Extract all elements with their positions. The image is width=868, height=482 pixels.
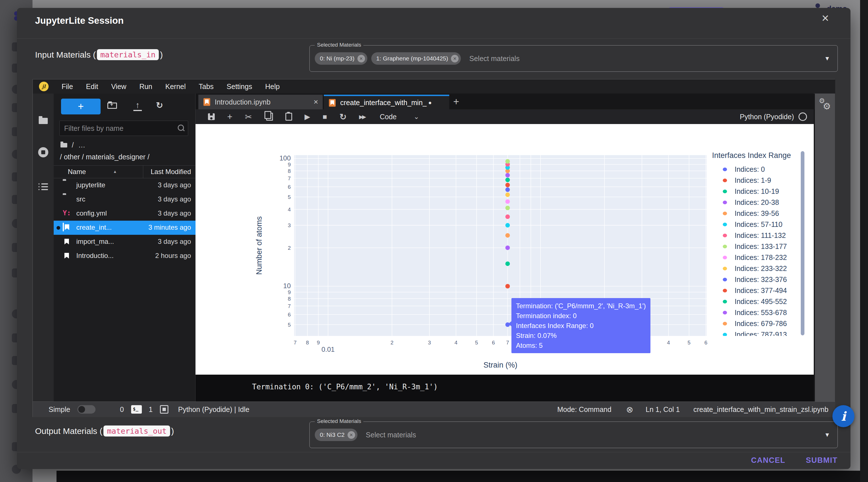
legend-entry[interactable]: Indices: 323-376: [710, 274, 809, 285]
insert-cell-icon[interactable]: +: [227, 111, 232, 122]
file-row[interactable]: Introductio...2 hours ago: [54, 249, 195, 263]
legend-entry[interactable]: Indices: 787-913: [710, 329, 809, 336]
close-icon[interactable]: ×: [822, 12, 829, 24]
running-kernels-tab-icon[interactable]: [33, 147, 54, 157]
restart-kernel-icon[interactable]: ↻: [340, 112, 347, 122]
table-of-contents-tab-icon[interactable]: [33, 183, 54, 191]
menu-item-run[interactable]: Run: [139, 83, 152, 91]
add-tab-icon[interactable]: +: [453, 96, 459, 108]
column-name[interactable]: Name: [68, 168, 86, 176]
legend-entry[interactable]: Indices: 0: [710, 164, 809, 175]
legend-entry[interactable]: Indices: 20-38: [710, 197, 809, 208]
output-materials-select[interactable]: Selected Materials 0: Ni3 C2×Select mate…: [309, 421, 838, 448]
legend-entry[interactable]: Indices: 1-9: [710, 175, 809, 186]
cell-type-select[interactable]: Code: [380, 113, 397, 121]
material-chip[interactable]: 0: Ni3 C2×: [315, 428, 358, 441]
file-row[interactable]: jupyterlite3 days ago: [54, 178, 195, 192]
home-folder-icon[interactable]: [60, 143, 67, 148]
menu-item-file[interactable]: File: [62, 83, 73, 91]
chip-remove-icon[interactable]: ×: [451, 55, 459, 62]
tab-close-icon[interactable]: ×: [314, 97, 318, 106]
menu-item-view[interactable]: View: [111, 83, 126, 91]
breadcrumb-ellipsis[interactable]: …: [78, 141, 85, 149]
legend-entry[interactable]: Indices: 111-132: [710, 230, 809, 241]
menu-item-kernel[interactable]: Kernel: [165, 83, 186, 91]
input-materials-select[interactable]: Selected Materials 0: Ni (mp-23)×1: Grap…: [309, 45, 838, 72]
legend-marker-icon: [723, 311, 727, 315]
material-chip[interactable]: 1: Graphene (mp-1040425)×: [371, 52, 461, 65]
simple-mode-toggle[interactable]: [78, 405, 95, 414]
terminal-icon[interactable]: $_: [131, 405, 142, 414]
svg-text:4: 4: [288, 206, 291, 213]
file-browser-tab-icon[interactable]: [33, 118, 54, 124]
menu-item-settings[interactable]: Settings: [227, 83, 252, 91]
legend-scrollbar[interactable]: [801, 151, 804, 335]
file-modified: 3 days ago: [158, 181, 191, 189]
file-row[interactable]: import_ma...3 days ago: [54, 235, 195, 249]
submit-button[interactable]: SUBMIT: [806, 456, 838, 465]
file-name[interactable]: src: [76, 195, 85, 203]
legend-entry[interactable]: Indices: 377-494: [710, 285, 809, 296]
run-icon[interactable]: ▶: [305, 113, 310, 121]
kernels-count[interactable]: 1: [149, 406, 153, 414]
file-row[interactable]: Y:config.yml3 days ago: [54, 206, 195, 221]
refresh-icon[interactable]: ↻: [156, 100, 163, 110]
chip-remove-icon[interactable]: ×: [358, 55, 365, 62]
select-placeholder[interactable]: Select materials: [469, 55, 520, 63]
terminals-count[interactable]: 0: [120, 406, 124, 414]
stop-icon[interactable]: ■: [323, 113, 327, 121]
legend-entry[interactable]: Indices: 57-110: [710, 219, 809, 230]
file-row[interactable]: src3 days ago: [54, 192, 195, 206]
svg-text:5: 5: [288, 194, 291, 200]
cancel-button[interactable]: CANCEL: [751, 456, 785, 465]
file-list-header[interactable]: Name ▲ Last Modified: [54, 165, 195, 178]
file-name[interactable]: Introductio...: [76, 252, 114, 260]
legend-entry[interactable]: Indices: 39-56: [710, 208, 809, 219]
chevron-down-icon[interactable]: ▼: [824, 431, 830, 438]
legend-entry[interactable]: Indices: 233-322: [710, 263, 809, 274]
chip-remove-icon[interactable]: ×: [347, 431, 355, 439]
restart-run-all-icon[interactable]: ▶▶: [359, 114, 365, 120]
file-name[interactable]: config.yml: [76, 210, 107, 217]
legend-entry[interactable]: Indices: 133-177: [710, 241, 809, 252]
svg-text:3: 3: [288, 222, 291, 228]
kernel-name[interactable]: Python (Pyodide): [740, 113, 794, 121]
file-name[interactable]: create_int...: [76, 223, 112, 231]
breadcrumb[interactable]: / …: [60, 141, 85, 149]
tab-create-interface[interactable]: create_interface_with_min_ ●: [324, 95, 449, 109]
menu-item-edit[interactable]: Edit: [86, 83, 98, 91]
material-chip[interactable]: 0: Ni (mp-23)×: [315, 52, 367, 65]
file-name[interactable]: jupyterlite: [76, 181, 105, 189]
paste-icon[interactable]: [285, 113, 292, 121]
breadcrumb-path[interactable]: / other / materials_designer /: [60, 153, 150, 161]
kernel-chip-icon[interactable]: [160, 405, 168, 414]
chevron-down-icon[interactable]: ⌄: [414, 113, 419, 121]
save-icon[interactable]: [208, 113, 215, 120]
column-last-modified[interactable]: Last Modified: [151, 168, 191, 176]
svg-text:5: 5: [475, 340, 478, 346]
file-row[interactable]: create_int...3 minutes ago: [54, 221, 195, 235]
new-folder-icon[interactable]: [107, 102, 117, 109]
legend-entry[interactable]: Indices: 10-19: [710, 186, 809, 197]
mode-indicator[interactable]: Mode: Command: [557, 406, 612, 414]
select-placeholder[interactable]: Select materials: [366, 431, 416, 439]
legend-entry[interactable]: Indices: 495-552: [710, 296, 809, 307]
tooltip-line: Strain: 0.07%: [516, 330, 646, 341]
upload-icon[interactable]: ↑: [133, 100, 142, 111]
file-name[interactable]: import_ma...: [76, 237, 114, 246]
legend-entry[interactable]: Indices: 553-678: [710, 307, 809, 318]
cursor-position[interactable]: Ln 1, Col 1: [646, 406, 680, 414]
tab-introduction-ipynb[interactable]: Introduction.ipynb ×: [198, 95, 323, 109]
file-modified: 3 days ago: [158, 195, 191, 203]
menu-item-help[interactable]: Help: [265, 83, 279, 91]
legend-entry[interactable]: Indices: 679-786: [710, 318, 809, 329]
new-launcher-button[interactable]: +: [61, 99, 101, 115]
kernel-status-text[interactable]: Python (Pyodide) | Idle: [178, 406, 249, 414]
info-button[interactable]: i: [832, 405, 855, 427]
menu-item-tabs[interactable]: Tabs: [198, 83, 214, 91]
legend-entry[interactable]: Indices: 178-232: [710, 252, 809, 263]
cut-icon[interactable]: ✂: [245, 112, 252, 122]
chevron-down-icon[interactable]: ▼: [824, 55, 830, 62]
copy-icon[interactable]: [265, 113, 273, 121]
filter-files-input[interactable]: Filter files by name: [59, 121, 188, 136]
